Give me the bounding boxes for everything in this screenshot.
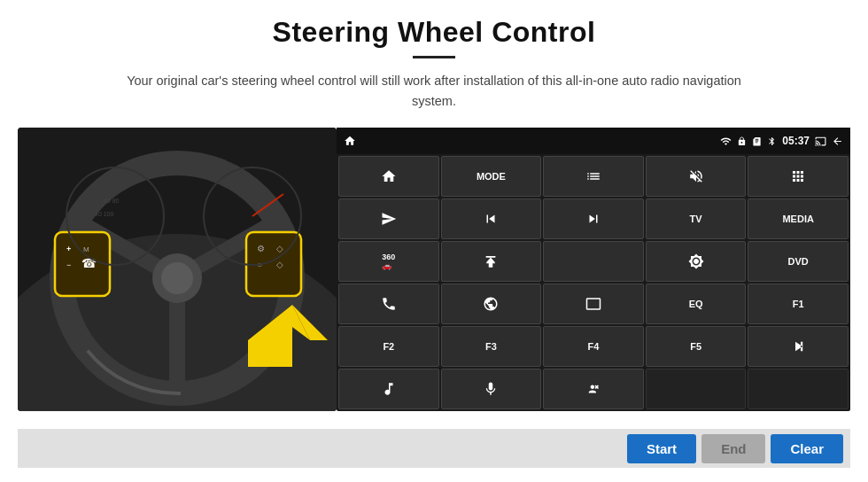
svg-text:M: M — [83, 245, 89, 253]
svg-text:60 80: 60 80 — [104, 198, 120, 204]
btn-eq[interactable]: EQ — [646, 284, 747, 324]
btn-mic[interactable] — [441, 369, 542, 409]
cast-icon — [815, 136, 826, 147]
btn-f2[interactable]: F2 — [338, 326, 439, 367]
page-container: Steering Wheel Control Your original car… — [0, 0, 868, 482]
status-time: 05:37 — [782, 135, 810, 147]
svg-text:◇: ◇ — [276, 244, 283, 253]
btn-tv[interactable]: TV — [646, 198, 747, 239]
btn-media[interactable]: MEDIA — [748, 198, 849, 239]
btn-mute[interactable] — [646, 156, 747, 197]
lock-icon — [737, 136, 747, 146]
btn-playpause[interactable] — [748, 326, 849, 367]
btn-eject[interactable] — [441, 241, 542, 282]
btn-home[interactable] — [338, 156, 439, 197]
btn-radio[interactable] — [543, 241, 644, 282]
btn-empty1 — [646, 369, 747, 409]
start-button[interactable]: Start — [627, 434, 696, 463]
bluetooth-icon — [767, 136, 777, 147]
svg-text:−: − — [66, 260, 71, 269]
btn-nav[interactable] — [441, 284, 542, 324]
status-right: 05:37 — [720, 135, 843, 147]
btn-next[interactable] — [543, 198, 644, 239]
back-icon — [832, 136, 843, 147]
content-row: + M − ☎ ⚙ ◇ ○ ◇ 60 80 40 100 — [18, 128, 850, 429]
btn-prev[interactable] — [441, 198, 542, 239]
btn-apps[interactable] — [748, 156, 849, 197]
end-button[interactable]: End — [701, 434, 765, 463]
title-divider — [413, 56, 455, 58]
svg-text:+: + — [66, 245, 71, 253]
wifi-icon — [720, 136, 732, 147]
svg-point-8 — [161, 262, 193, 294]
btn-screen[interactable] — [543, 284, 644, 324]
buttons-grid: MODE — [337, 154, 850, 411]
svg-text:⚙: ⚙ — [257, 244, 265, 253]
svg-text:40    100: 40 100 — [95, 211, 114, 217]
svg-text:◇: ◇ — [276, 260, 283, 269]
btn-music[interactable] — [338, 369, 439, 409]
status-bar: 05:37 — [337, 128, 850, 154]
bottom-bar: Start End Clear — [18, 429, 850, 468]
status-left — [344, 135, 356, 147]
clear-button[interactable]: Clear — [771, 434, 843, 463]
page-title: Steering Wheel Control — [273, 16, 596, 49]
btn-mode[interactable]: MODE — [441, 156, 542, 197]
btn-f3[interactable]: F3 — [441, 326, 542, 367]
btn-dvd[interactable]: DVD — [748, 241, 849, 282]
btn-list[interactable] — [543, 156, 644, 197]
btn-360[interactable]: 360🚗 — [338, 241, 439, 282]
btn-volphone[interactable] — [543, 369, 644, 409]
btn-f1[interactable]: F1 — [748, 284, 849, 324]
btn-brightness[interactable] — [646, 241, 747, 282]
page-subtitle: Your original car's steering wheel contr… — [124, 71, 744, 112]
steering-wheel-image: + M − ☎ ⚙ ◇ ○ ◇ 60 80 40 100 — [18, 128, 337, 411]
btn-f5[interactable]: F5 — [646, 326, 747, 367]
btn-send[interactable] — [338, 198, 439, 239]
btn-phone[interactable] — [338, 284, 439, 324]
btn-empty2 — [748, 369, 849, 409]
screen-panel: 05:37 MODE — [337, 128, 850, 411]
home-icon — [344, 135, 356, 147]
sim-icon — [752, 136, 762, 146]
btn-f4[interactable]: F4 — [543, 326, 644, 367]
